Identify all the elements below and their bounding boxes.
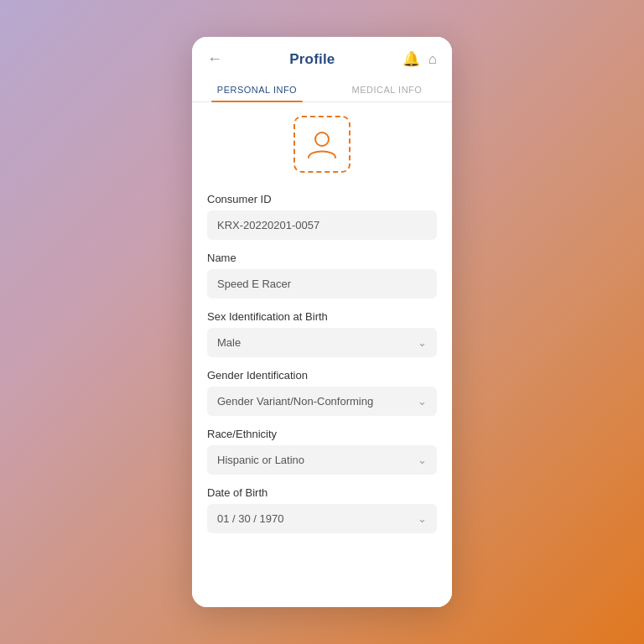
race-text: Hispanic or Latino [217, 454, 304, 466]
profile-card: ← Profile 🔔 ⌂ PERSONAL INFO MEDICAL INFO… [192, 37, 452, 607]
field-label-sex: Sex Identification at Birth [207, 310, 437, 323]
tab-personal-info[interactable]: PERSONAL INFO [192, 76, 322, 101]
home-icon[interactable]: ⌂ [428, 51, 437, 68]
chevron-down-icon: ⌄ [418, 512, 427, 525]
header: ← Profile 🔔 ⌂ [192, 37, 452, 76]
avatar-icon [304, 126, 340, 163]
gender-text: Gender Variant/Non-Conforming [217, 395, 373, 408]
field-label-gender: Gender Identification [207, 369, 437, 382]
chevron-down-icon: ⌄ [418, 454, 427, 466]
chevron-down-icon: ⌄ [418, 336, 427, 349]
field-gender: Gender Identification Gender Variant/Non… [207, 369, 437, 416]
bell-icon[interactable]: 🔔 [402, 50, 420, 68]
page-title: Profile [289, 51, 335, 68]
tab-bar: PERSONAL INFO MEDICAL INFO [192, 76, 452, 102]
field-label-consumer-id: Consumer ID [207, 193, 437, 205]
header-icons: 🔔 ⌂ [402, 50, 437, 68]
name-text: Speed E Racer [217, 278, 291, 290]
svg-point-0 [315, 132, 329, 146]
avatar-upload[interactable] [293, 116, 351, 173]
field-race: Race/Ethnicity Hispanic or Latino ⌄ [207, 428, 437, 475]
back-button[interactable]: ← [207, 50, 222, 68]
field-label-name: Name [207, 252, 437, 264]
field-dob: Date of Birth 01 / 30 / 1970 ⌄ [207, 486, 437, 533]
dob-text: 01 / 30 / 1970 [217, 512, 284, 525]
avatar-section [207, 102, 437, 181]
field-value-sex[interactable]: Male ⌄ [207, 328, 437, 357]
field-value-consumer-id: KRX-20220201-0057 [207, 210, 437, 240]
field-label-dob: Date of Birth [207, 486, 437, 499]
field-label-race: Race/Ethnicity [207, 428, 437, 440]
profile-content: Consumer ID KRX-20220201-0057 Name Speed… [192, 102, 452, 607]
field-value-gender[interactable]: Gender Variant/Non-Conforming ⌄ [207, 387, 437, 416]
field-value-dob[interactable]: 01 / 30 / 1970 ⌄ [207, 504, 437, 533]
field-value-race[interactable]: Hispanic or Latino ⌄ [207, 445, 437, 475]
field-name: Name Speed E Racer [207, 252, 437, 299]
field-sex: Sex Identification at Birth Male ⌄ [207, 310, 437, 357]
sex-text: Male [217, 336, 241, 349]
chevron-down-icon: ⌄ [418, 395, 427, 408]
consumer-id-text: KRX-20220201-0057 [217, 219, 319, 231]
field-value-name: Speed E Racer [207, 269, 437, 299]
field-consumer-id: Consumer ID KRX-20220201-0057 [207, 193, 437, 240]
tab-medical-info[interactable]: MEDICAL INFO [322, 76, 452, 101]
